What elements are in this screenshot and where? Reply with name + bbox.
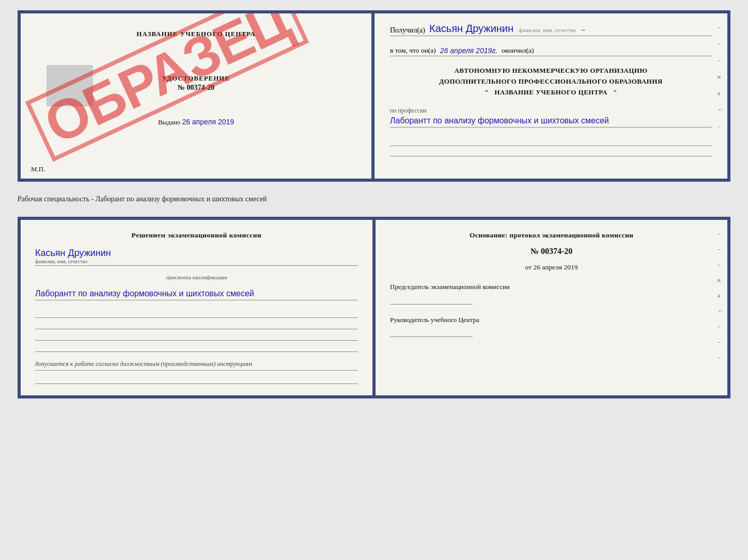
top-document: НАЗВАНИЕ УЧЕБНОГО ЦЕНТРА УДОСТОВЕРЕНИЕ №…	[18, 10, 730, 182]
br-edge-а: а	[718, 292, 723, 298]
predsedatel-sign-line	[390, 294, 473, 305]
autonomnaya-line3: " НАЗВАНИЕ УЧЕБНОГО ЦЕНТРА "	[390, 87, 712, 98]
rukovoditel-sign-line	[390, 327, 473, 337]
bottom-name-handwritten: Касьян Дружинин	[35, 248, 358, 259]
rukovoditel-block: Руководитель учебного Центра	[390, 315, 713, 338]
bottom-name-sub: фамилия, имя, отчество	[35, 259, 358, 264]
br-edge-6: –	[718, 339, 723, 345]
blank-line-b3	[35, 333, 358, 341]
bottom-document: Решением экзаменационной комиссии Касьян…	[18, 217, 730, 398]
edge-label-а: а	[718, 90, 723, 96]
vtom-row: в том, что он(а) 26 апреля 2019г. окончи…	[390, 46, 712, 56]
br-edge-7: –	[718, 354, 723, 360]
blank-line-b2	[35, 322, 358, 329]
cert-number: № 00374-20	[162, 84, 230, 92]
blank-line-b5	[35, 377, 358, 384]
vtom-label: в том, что он(а)	[390, 46, 436, 55]
edge-labels-bottom: – – – и а ← – – –	[718, 230, 723, 360]
blank-line-b1	[35, 311, 358, 318]
protocol-number: № 00374-20	[390, 247, 713, 256]
cert-label: УДОСТОВЕРЕНИЕ	[162, 74, 230, 83]
resheniem-text: Решением экзаменационной комиссии	[35, 231, 358, 239]
br-edge-3: –	[718, 261, 723, 267]
edge-label-3: –	[718, 57, 723, 63]
prisvoena-label-wrap: присвоена квалификация	[35, 272, 358, 281]
specialty-line: Рабочая специальность - Лаборант по анал…	[18, 191, 730, 207]
mp-label: М.П.	[31, 165, 45, 173]
dopuskaetsya-text: допускается к работе согласно должностны…	[35, 360, 358, 371]
br-edge-arrow: ←	[718, 308, 723, 314]
bottom-doc-right: Основание: протокол экзаменационной коми…	[376, 220, 727, 395]
bottom-name-block: Касьян Дружинин фамилия, имя, отчество	[35, 248, 358, 266]
okonchil-label: окончил(а)	[502, 46, 534, 55]
poluchil-row: Получил(а) Касьян Дружинин фамилия, имя,…	[390, 23, 712, 36]
edge-label-arrow: ←	[718, 106, 723, 113]
poluchil-label: Получил(а)	[390, 26, 425, 35]
edge-labels-top: – – – и а ← –	[718, 24, 723, 129]
br-edge-1: –	[718, 230, 723, 236]
br-edge-5: –	[718, 323, 723, 329]
vtom-date: 26 апреля 2019г.	[440, 46, 497, 55]
poluchil-sub: фамилия, имя, отчество	[519, 27, 576, 33]
poluchil-name-block: Касьян Дружинин фамилия, имя, отчество –	[429, 23, 585, 35]
br-edge-2: –	[718, 246, 723, 252]
poluchil-name: Касьян Дружинин	[429, 23, 513, 34]
vydano-label: Выдано	[158, 118, 180, 126]
autonomnaya-line1: АВТОНОМНУЮ НЕКОММЕРЧЕСКУЮ ОРГАНИЗАЦИЮ	[390, 66, 712, 76]
autonomnaya-line2: ДОПОЛНИТЕЛЬНОГО ПРОФЕССИОНАЛЬНОГО ОБРАЗО…	[390, 76, 712, 87]
top-left-title: НАЗВАНИЕ УЧЕБНОГО ЦЕНТРА	[136, 30, 256, 38]
predsedatel-label: Председатель экзаменационной комиссии	[390, 282, 713, 292]
protocol-date-value: 26 апреля 2019	[533, 263, 578, 271]
blank-line-b4	[35, 345, 358, 352]
edge-label-5: –	[718, 123, 723, 129]
page-container: НАЗВАНИЕ УЧЕБНОГО ЦЕНТРА УДОСТОВЕРЕНИЕ №…	[18, 10, 730, 398]
right-blank-line-1	[390, 139, 712, 146]
professiya-handwritten: Лаборантт по анализу формовочных и шихто…	[390, 115, 712, 127]
dash-after-name: –	[581, 26, 585, 34]
bottom-doc-left: Решением экзаменационной комиссии Касьян…	[21, 220, 372, 395]
br-edge-и: и	[718, 277, 723, 283]
ot-label: от	[525, 263, 532, 271]
bottom-left-lines	[35, 311, 358, 352]
right-blank-lines	[390, 139, 712, 156]
edge-label-2: –	[718, 40, 723, 46]
protocol-date-row: от 26 апреля 2019	[390, 263, 713, 271]
top-doc-left: НАЗВАНИЕ УЧЕБНОГО ЦЕНТРА УДОСТОВЕРЕНИЕ №…	[21, 13, 371, 179]
osnovanie-text: Основание: протокол экзаменационной коми…	[390, 231, 713, 239]
po-professii-label: по профессии	[390, 107, 712, 115]
photo-placeholder	[46, 65, 93, 106]
vydano-date: 26 апреля 2019	[182, 118, 234, 126]
top-doc-right: Получил(а) Касьян Дружинин фамилия, имя,…	[375, 13, 727, 179]
edge-label-1: –	[718, 24, 723, 30]
autonomnaya-block: АВТОНОМНУЮ НЕКОММЕРЧЕСКУЮ ОРГАНИЗАЦИЮ ДО…	[390, 66, 712, 98]
vydano-line: Выдано 26 апреля 2019	[158, 118, 234, 126]
professiya-block: по профессии Лаборантт по анализу формов…	[390, 107, 712, 127]
rukovoditel-label: Руководитель учебного Центра	[390, 315, 713, 325]
edge-label-и: и	[718, 73, 723, 79]
kvalifikaciya-handwritten: Лаборантт по анализу формовочных и шихто…	[35, 287, 358, 300]
right-blank-line-2	[390, 149, 712, 156]
prisvoena-label: присвоена квалификация	[166, 274, 227, 280]
cert-block: УДОСТОВЕРЕНИЕ № 00374-20	[162, 74, 230, 92]
predsedatel-block: Председатель экзаменационной комиссии	[390, 282, 713, 305]
